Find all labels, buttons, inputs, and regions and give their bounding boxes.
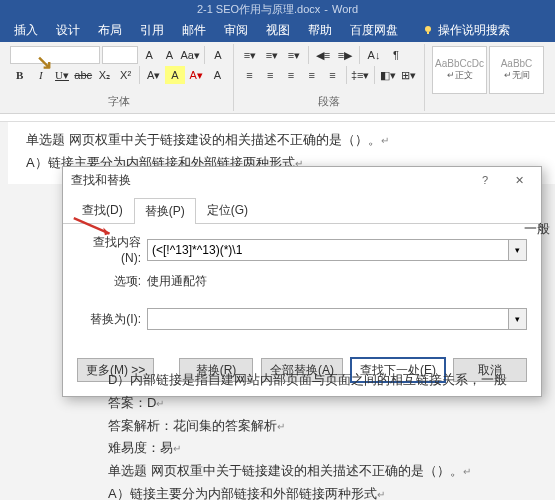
shading-button[interactable]: ◧▾ — [378, 66, 397, 84]
superscript-button[interactable]: X² — [116, 66, 135, 84]
sort-button[interactable]: A↓ — [364, 46, 384, 64]
ribbon: A A Aa▾ A B I U▾ abc X₂ X² A▾ A A▾ A 字体 … — [0, 42, 555, 114]
find-what-label: 查找内容(N): — [77, 234, 147, 265]
change-case-button[interactable]: Aa▾ — [180, 46, 199, 64]
show-marks-button[interactable]: ¶ — [386, 46, 406, 64]
find-replace-dialog: 查找和替换 ? ✕ 查找(D) 替换(P) 定位(G) 查找内容(N): ▾ 选… — [62, 166, 542, 397]
tab-view[interactable]: 视图 — [258, 19, 298, 42]
svg-rect-1 — [427, 32, 429, 34]
bullets-button[interactable]: ≡▾ — [240, 46, 260, 64]
doc-line: 答案：D — [108, 393, 547, 414]
tab-review[interactable]: 审阅 — [216, 19, 256, 42]
replace-dropdown-button[interactable]: ▾ — [509, 308, 527, 330]
document-title: 2-1 SEO作用与原理.docx — [197, 2, 320, 17]
doc-line: 单选题 网页权重中关于链接建设的相关描述不正确的是（）。 — [108, 461, 547, 482]
style-normal[interactable]: AaBbCcDc ↵正文 — [432, 46, 487, 94]
doc-line: 答案解析：花间集的答案解析 — [108, 416, 547, 437]
menu-bar: 插入 设计 布局 引用 邮件 审阅 视图 帮助 百度网盘 操作说明搜索 — [0, 18, 555, 42]
bold-button[interactable]: B — [10, 66, 29, 84]
grow-font-button[interactable]: A — [140, 46, 158, 64]
char-shading-button[interactable]: A — [208, 66, 227, 84]
replace-with-label: 替换为(I): — [77, 311, 147, 328]
tab-goto[interactable]: 定位(G) — [196, 197, 259, 223]
decrease-indent-button[interactable]: ◀≡ — [313, 46, 333, 64]
tab-mailings[interactable]: 邮件 — [174, 19, 214, 42]
justify-button[interactable]: ≡ — [302, 66, 321, 84]
phonetic-guide-button[interactable]: A — [209, 46, 227, 64]
doc-line: D）内部链接是指自建网站内部页面与页面之间的相互链接关系，一般 — [108, 370, 547, 391]
find-what-input[interactable] — [147, 239, 509, 261]
highlight-button[interactable]: A — [165, 66, 184, 84]
tab-layout[interactable]: 布局 — [90, 19, 130, 42]
line-spacing-button[interactable]: ‡≡▾ — [351, 66, 370, 84]
lightbulb-icon — [422, 24, 434, 36]
tab-replace[interactable]: 替换(P) — [134, 198, 196, 224]
style-no-spacing[interactable]: AaBbC ↵无间 — [489, 46, 544, 94]
app-name: Word — [332, 3, 358, 15]
text-effects-button[interactable]: A▾ — [144, 66, 163, 84]
increase-indent-button[interactable]: ≡▶ — [335, 46, 355, 64]
annotation-arrow-icon — [36, 50, 60, 74]
multilevel-button[interactable]: ≡▾ — [284, 46, 304, 64]
ribbon-group-styles: AaBbCcDc ↵正文 AaBbC ↵无间 — [425, 44, 551, 111]
tab-help[interactable]: 帮助 — [300, 19, 340, 42]
font-color-button[interactable]: A▾ — [187, 66, 206, 84]
dialog-title: 查找和替换 — [71, 172, 131, 189]
ribbon-font-label: 字体 — [10, 94, 227, 109]
tab-design[interactable]: 设计 — [48, 19, 88, 42]
options-value: 使用通配符 — [147, 273, 207, 290]
replace-with-input[interactable] — [147, 308, 509, 330]
align-right-button[interactable]: ≡ — [282, 66, 301, 84]
tab-baidu-netdisk[interactable]: 百度网盘 — [342, 19, 406, 42]
tab-find[interactable]: 查找(D) — [71, 197, 134, 223]
tab-references[interactable]: 引用 — [132, 19, 172, 42]
distribute-button[interactable]: ≡ — [323, 66, 342, 84]
close-button[interactable]: ✕ — [505, 170, 533, 190]
doc-line: A）链接主要分为内部链接和外部链接两种形式 — [108, 484, 547, 500]
options-label: 选项: — [77, 273, 147, 290]
svg-point-0 — [425, 26, 431, 32]
document-body-lower[interactable]: D）内部链接是指自建网站内部页面与页面之间的相互链接关系，一般 答案：D 答案解… — [108, 370, 547, 500]
doc-peek: 一般 — [524, 220, 550, 238]
borders-button[interactable]: ⊞▾ — [399, 66, 418, 84]
ribbon-paragraph-label: 段落 — [240, 94, 418, 109]
find-dropdown-button[interactable]: ▾ — [509, 239, 527, 261]
ruler[interactable] — [0, 114, 555, 122]
strikethrough-button[interactable]: abc — [74, 66, 93, 84]
tell-me-search[interactable]: 操作说明搜索 — [414, 19, 518, 42]
shrink-font-button[interactable]: A — [160, 46, 178, 64]
doc-line: 难易度：易 — [108, 438, 547, 459]
align-left-button[interactable]: ≡ — [240, 66, 259, 84]
numbering-button[interactable]: ≡▾ — [262, 46, 282, 64]
help-button[interactable]: ? — [471, 170, 499, 190]
doc-line: 单选题 网页权重中关于链接建设的相关描述不正确的是（）。 — [26, 130, 537, 151]
dialog-tabs: 查找(D) 替换(P) 定位(G) — [63, 197, 541, 224]
font-size-input[interactable] — [102, 46, 138, 64]
ribbon-group-paragraph: ≡▾ ≡▾ ≡▾ ◀≡ ≡▶ A↓ ¶ ≡ ≡ ≡ ≡ ≡ ‡≡▾ ◧▾ ⊞▾ … — [234, 44, 425, 111]
align-center-button[interactable]: ≡ — [261, 66, 280, 84]
tab-insert[interactable]: 插入 — [6, 19, 46, 42]
title-bar: 2-1 SEO作用与原理.docx - Word — [0, 0, 555, 18]
subscript-button[interactable]: X₂ — [95, 66, 114, 84]
dialog-titlebar[interactable]: 查找和替换 ? ✕ — [63, 167, 541, 193]
